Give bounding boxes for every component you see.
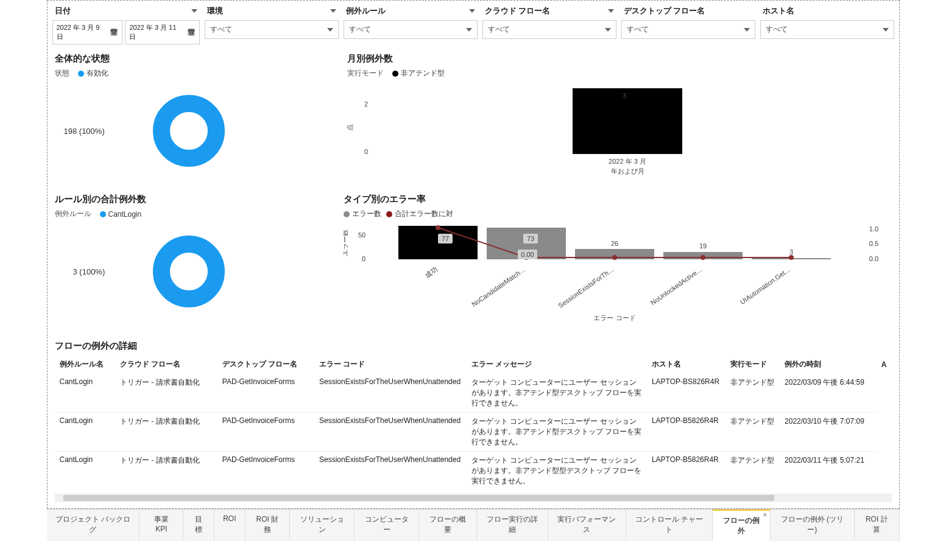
filter-date-label: 日付	[55, 5, 71, 16]
filter-env[interactable]: 環境 すべて	[205, 4, 339, 44]
svg-text:73: 73	[526, 235, 534, 242]
svg-text:成功: 成功	[423, 265, 439, 279]
details-title: フローの例外の詳細	[55, 340, 892, 352]
chevron-down-icon	[466, 28, 472, 32]
table-row[interactable]: CantLoginトリガー - 請求書自動化PAD-GetInvoiceForm…	[55, 452, 892, 491]
desktopflow-select[interactable]: すべて	[621, 20, 755, 39]
table-header[interactable]: 例外ルール名	[55, 355, 116, 374]
rule-select[interactable]: すべて	[344, 20, 478, 39]
cloudflow-select[interactable]: すべて	[482, 20, 616, 39]
report-canvas: 日付 2022 年 3 月 9 日 2022 年 3 月 11 日 環境 すべて…	[47, 0, 900, 509]
svg-text:0.00: 0.00	[521, 251, 534, 258]
env-select[interactable]: すべて	[205, 20, 339, 39]
svg-text:77: 77	[441, 235, 448, 242]
table-header[interactable]: 例外の時刻	[780, 355, 877, 374]
svg-text:SessionExistsForTh…: SessionExistsForTh…	[557, 265, 615, 309]
legend-item: 非アテンド型	[392, 68, 445, 79]
svg-text:50: 50	[358, 231, 365, 239]
chevron-down-icon	[327, 28, 333, 32]
svg-text:19: 19	[699, 242, 706, 250]
legend-item: 有効化	[78, 68, 108, 79]
donut-data-label: 198 (100%)	[64, 127, 105, 136]
tab[interactable]: ソリューション	[290, 509, 355, 541]
close-icon[interactable]: ✕	[763, 512, 768, 518]
date-to-input[interactable]: 2022 年 3 月 11 日	[125, 20, 199, 44]
svg-text:0.0: 0.0	[869, 255, 878, 262]
horizontal-scrollbar[interactable]	[55, 494, 892, 502]
table-header[interactable]: ホスト名	[647, 355, 725, 374]
tab[interactable]: ROI	[214, 509, 245, 541]
page-tabs: プロジェクト バックログ事業 KPI目標ROIROI 財務ソリューションコンピュ…	[47, 509, 900, 541]
table-header[interactable]: 実行モード	[725, 355, 780, 374]
tab[interactable]: フロー実行の詳細	[477, 509, 548, 541]
chevron-down-icon	[608, 9, 614, 13]
tab[interactable]: ROI 財務	[245, 509, 291, 541]
svg-point-0	[161, 103, 216, 158]
host-select[interactable]: すべて	[760, 20, 894, 39]
svg-text:エラー数: エラー数	[344, 229, 348, 256]
legend-item: CantLogin	[100, 210, 142, 219]
tab[interactable]: フローの概要	[419, 509, 477, 541]
svg-text:NoUnlockedActive…: NoUnlockedActive…	[649, 265, 704, 307]
tab[interactable]: プロジェクト バックログ	[47, 509, 140, 541]
svg-point-30	[701, 255, 705, 260]
filter-rule[interactable]: 例外ルール すべて	[344, 4, 478, 44]
table-header[interactable]: クラウド フロー名	[115, 355, 217, 374]
svg-text:2: 2	[364, 100, 368, 108]
byrule-card: ルール別の合計例外数 例外ルール CantLogin 3 (100%)	[52, 187, 341, 334]
svg-point-27	[436, 225, 440, 230]
donut-chart-byrule	[149, 232, 228, 311]
chevron-down-icon	[191, 9, 197, 13]
filter-host[interactable]: ホスト名 すべて	[760, 4, 894, 44]
filter-date[interactable]: 日付 2022 年 3 月 9 日 2022 年 3 月 11 日	[52, 4, 200, 44]
table-header[interactable]: エラー コード	[314, 355, 467, 374]
table-header[interactable]: エラー メッセージ	[467, 355, 647, 374]
table-row[interactable]: CantLoginトリガー - 請求書自動化PAD-GetInvoiceForm…	[55, 374, 892, 413]
tab[interactable]: コンピューター	[355, 509, 419, 541]
svg-rect-15	[398, 226, 478, 259]
table-header[interactable]: A	[877, 355, 892, 374]
filter-cloudflow[interactable]: クラウド フロー名 すべて	[482, 4, 616, 44]
monthly-title: 月別例外数	[347, 53, 892, 65]
tab[interactable]: コントロール チャート	[626, 509, 713, 541]
details-table: 例外ルール名クラウド フロー名デスクトップ フロー名エラー コードエラー メッセ…	[55, 355, 892, 490]
overall-status-card: 全体的な状態 状態 有効化 198 (100%)	[52, 47, 345, 187]
monthly-exceptions-card: 月別例外数 実行モード 非アテンド型 点 2 0 3 2022 年 3 月 年お…	[345, 47, 894, 187]
details-card: フローの例外の詳細 例外ルール名クラウド フロー名デスクトップ フロー名エラー …	[52, 334, 894, 508]
tab[interactable]: 実行パフォーマンス	[548, 509, 626, 541]
calendar-icon	[187, 29, 196, 37]
byrule-title: ルール別の合計例外数	[55, 194, 339, 205]
table-row[interactable]: CantLoginトリガー - 請求書自動化PAD-GetInvoiceForm…	[55, 413, 892, 452]
tab[interactable]: 目標	[183, 509, 214, 541]
svg-text:26: 26	[610, 240, 618, 247]
filter-desktopflow[interactable]: デスクトップ フロー名 すべて	[621, 4, 755, 44]
svg-text:0: 0	[364, 148, 368, 155]
tab[interactable]: フローの例外✕	[713, 509, 771, 541]
tab[interactable]: ROI 計算	[855, 509, 900, 541]
svg-text:3: 3	[622, 92, 626, 99]
svg-text:3: 3	[789, 248, 792, 256]
tab[interactable]: フローの例外 (ツリー)	[771, 509, 855, 541]
donut-data-label: 3 (100%)	[73, 267, 105, 276]
legend-item: エラー数	[344, 209, 381, 219]
svg-rect-4	[573, 88, 682, 154]
chevron-down-icon	[605, 28, 611, 32]
calendar-icon	[110, 29, 118, 37]
chevron-down-icon	[744, 28, 750, 32]
overall-title: 全体的な状態	[55, 53, 342, 65]
tab[interactable]: 事業 KPI	[139, 509, 183, 541]
details-scroll[interactable]: 例外ルール名クラウド フロー名デスクトップ フロー名エラー コードエラー メッセ…	[55, 355, 892, 490]
svg-text:NoCandidateMatch…: NoCandidateMatch…	[470, 265, 527, 308]
svg-text:点: 点	[347, 124, 353, 131]
svg-text:年および月: 年および月	[610, 167, 644, 175]
chevron-down-icon	[330, 9, 336, 13]
error-rate-card: タイプ別のエラー率 エラー数 合計エラー数に対 エラー数 50 0 1.0 0.…	[341, 187, 894, 334]
donut-chart-overall	[149, 91, 228, 170]
svg-text:2022 年 3 月: 2022 年 3 月	[609, 158, 646, 165]
svg-text:UIAutomation.Get…: UIAutomation.Get…	[738, 265, 792, 306]
date-from-input[interactable]: 2022 年 3 月 9 日	[52, 20, 123, 44]
chevron-down-icon	[883, 28, 889, 32]
table-header[interactable]: デスクトップ フロー名	[217, 355, 314, 374]
svg-point-8	[161, 244, 216, 299]
svg-point-31	[789, 255, 794, 260]
